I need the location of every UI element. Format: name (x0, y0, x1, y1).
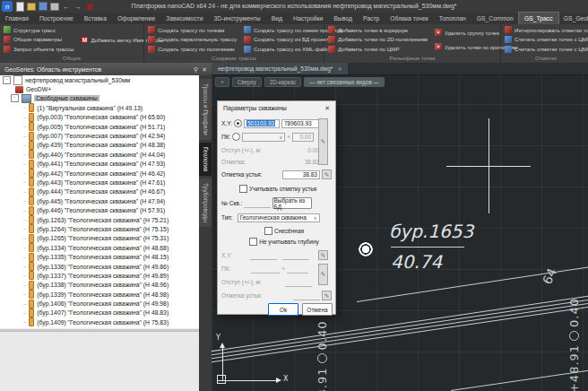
tree-item-well[interactable]: –(бур.444) "Геологическая скважина" (Н 4… (0, 187, 199, 196)
ribbon-button[interactable]: Создать параллельную трассу (146, 35, 238, 44)
tree-item-well[interactable]: –(бур.1336) "Геологическая скважина" (Н … (0, 262, 199, 271)
ribbon-tab[interactable]: Облака точек (385, 13, 433, 24)
tree-item-well[interactable]: –(бур.1339) "Геологическая скважина" (Н … (0, 290, 199, 299)
ribbon-button[interactable]: Добавить точки по 2D-полилиниям (326, 35, 429, 44)
viewport-add-button[interactable]: + (215, 77, 229, 87)
x-input[interactable]: 501103.93 (244, 119, 280, 128)
pk2-trace-input[interactable] (251, 265, 280, 274)
tree-item-well[interactable]: –(бур.1263) "Геологическая скважина" (Н … (0, 215, 199, 224)
tree-item-free-wells[interactable]: Свободные скважины (0, 94, 199, 103)
ribbon-tab[interactable]: Настройки (288, 13, 328, 24)
y2-input[interactable] (282, 251, 309, 260)
tree-item-well[interactable]: –(бур.1409) "Геологическая скважина" (Н … (0, 317, 199, 326)
ribbon-tab[interactable]: Зависимости (160, 13, 208, 24)
ribbon-button[interactable]: Добавить точки в коридоре (326, 25, 429, 34)
ribbon-button[interactable]: Интерполировать отметки точек (503, 25, 588, 34)
ribbon-button[interactable]: Добавить точки по ЦМР (326, 45, 429, 54)
consider-mouth-checkbox[interactable] (239, 185, 247, 193)
tree-item-well[interactable]: –(бур.1338) "Геологическая скважина" (Н … (0, 281, 199, 290)
ribbon-tab[interactable]: Топоплан (434, 13, 471, 24)
ok-button[interactable]: Ok (268, 303, 298, 316)
ribbon-tab[interactable]: Вставка (79, 13, 112, 24)
offset-well-checkbox[interactable] (264, 227, 272, 235)
ribbon-tab[interactable]: Вывод (328, 13, 358, 24)
xy-radio[interactable] (234, 119, 242, 127)
tree-item-well[interactable]: –(бур.1335) "Геологическая скважина" (Н … (0, 252, 199, 261)
ribbon-tab[interactable]: 3D-инструменты (208, 13, 265, 24)
ribbon-button[interactable]: Считать отметки точек с ЦМР (503, 35, 588, 44)
tree-item-well[interactable]: –(бур.1337) "Геологическая скважина" (Н … (0, 271, 199, 280)
y-input[interactable]: 789603.93 (281, 119, 324, 128)
open-file-icon[interactable] (27, 2, 36, 11)
dialog-titlebar[interactable]: Параметры скважины ✕ (218, 101, 335, 115)
tree-item-well[interactable]: –(бур.003) "Геологическая скважина" (Н 6… (0, 113, 199, 122)
mouth-pick-button[interactable]: ✎ (322, 169, 332, 179)
undo-icon[interactable]: ← (62, 2, 71, 11)
tree-item-well[interactable]: –(бур.446) "Геологическая скважина" (Н 5… (0, 205, 199, 214)
ribbon-tab[interactable]: Оформление (112, 13, 160, 24)
ribbon-button[interactable]: Запрос объекта трассы (2, 45, 75, 54)
tree-item-geodw[interactable]: GeoDW+ (0, 84, 199, 93)
save-icon[interactable] (39, 2, 48, 11)
well-number-input[interactable] (244, 199, 271, 208)
side-tab-geology[interactable]: Геология (199, 143, 212, 176)
ignore-depth-checkbox[interactable] (249, 238, 257, 246)
ribbon-button[interactable]: Создать трассу по полилинии (146, 45, 238, 54)
cancel-button[interactable]: Отмена (302, 303, 333, 316)
linked-views-button[interactable]: — нет связанных видов — (304, 77, 384, 87)
tree-item-well[interactable]: –(бур.439) "Геологическая скважина" (Н 4… (0, 141, 199, 150)
tree-item-well[interactable]: –(бур.445) "Геологическая скважина" (Н 4… (0, 196, 199, 205)
select-from-db-button[interactable]: Выбрать из БД (272, 197, 312, 209)
new-file-icon[interactable] (15, 2, 24, 11)
ribbon-tab[interactable]: Растр (358, 13, 385, 24)
borehole-marker[interactable] (359, 242, 373, 256)
collapse-icon[interactable] (3, 76, 11, 84)
visual-style-button[interactable]: 2D-каркас (264, 77, 302, 87)
ribbon-button[interactable]: Считать отметки точек с ЦМР авт (503, 45, 588, 54)
side-tab-traces[interactable]: Трассы и Профили (199, 79, 212, 140)
tree-item-well[interactable]: –(бур.005) "Геологическая скважина" (Н 5… (0, 122, 199, 131)
pk-trace-select[interactable]: ∨ (242, 133, 285, 142)
ribbon-tab[interactable]: GS_Common (471, 13, 519, 24)
tree-item-root[interactable]: нефтепровод магистральный_530мм (0, 75, 199, 84)
mouth-mark-input[interactable]: 38.83 (282, 170, 320, 179)
ribbon-tab[interactable]: Построение (34, 13, 79, 24)
pin-icon[interactable]: ⚲ (194, 66, 198, 73)
tree-item-well[interactable]: –(бур.1407) "Геологическая скважина" (Н … (0, 308, 199, 317)
dialog-close-icon[interactable]: ✕ (324, 105, 330, 112)
app-logo-icon[interactable]: n (2, 1, 13, 12)
tree-item-well[interactable]: –(бур.440) "Геологическая скважина" (Н 4… (0, 150, 199, 159)
tree-item-well[interactable]: –(бур.1406) "Геологическая скважина" (Н … (0, 299, 199, 308)
tree-item-well[interactable]: –(бур.1265) "Геологическая скважина" (Н … (0, 234, 199, 243)
mouth2-pick-button[interactable]: ✎ (322, 291, 332, 300)
close-tab-icon[interactable]: ✕ (337, 65, 342, 72)
tree-item-well[interactable]: –(бур.441) "Геологическая скважина" (Н 4… (0, 160, 199, 169)
record-icon[interactable] (85, 2, 94, 11)
redo-icon[interactable]: → (74, 2, 82, 11)
tree-item-well[interactable]: –(1) "Виртуальная скважина" (Н 49.13) (0, 103, 199, 112)
side-tab-pipelines[interactable]: Трубопроводы (199, 178, 212, 227)
pk-value-input[interactable]: 0.00 (292, 133, 314, 142)
tree-item-well[interactable]: –(бур.1264) "Геологическая скважина" (Н … (0, 224, 199, 233)
ribbon-button[interactable]: Создать трассу по точкам (146, 25, 238, 34)
tree-item-well[interactable]: –(бур.443) "Геологическая скважина" (Н 4… (0, 178, 199, 187)
drawing-tab[interactable]: нефтепровод магистральный_530мм.dwg* ✕ (212, 63, 348, 74)
pk2-value-input[interactable] (287, 265, 308, 274)
tree-item-well[interactable]: –(бур.442) "Геологическая скважина" (Н 4… (0, 169, 199, 178)
tree-item-well[interactable]: –(бур.1334) "Геологическая скважина" (Н … (0, 243, 199, 252)
ribbon-tab[interactable]: Главная (0, 13, 34, 24)
close-icon[interactable]: ✕ (202, 66, 207, 73)
type-select[interactable]: Геологическая скважина∨ (238, 213, 320, 222)
tree-item-well[interactable]: –(бур.007) "Геологическая скважина" (Н 4… (0, 131, 199, 140)
ribbon-button[interactable]: Общие параметры (2, 35, 75, 44)
ribbon-tab-active[interactable]: GS_Трасс (519, 13, 558, 24)
ribbon-button[interactable]: Структура трасс (2, 25, 75, 34)
ribbon-tab[interactable]: Вид (266, 13, 288, 24)
collapse-icon[interactable] (11, 94, 19, 102)
ribbon-tab[interactable]: GS_Geology (558, 13, 588, 24)
x2-input[interactable] (250, 251, 277, 260)
offset2-input[interactable] (285, 278, 312, 287)
print-icon[interactable] (50, 2, 59, 11)
pick-on-screen-button[interactable]: ✎ (318, 250, 328, 260)
view-direction-button[interactable]: Сверху (232, 77, 262, 87)
